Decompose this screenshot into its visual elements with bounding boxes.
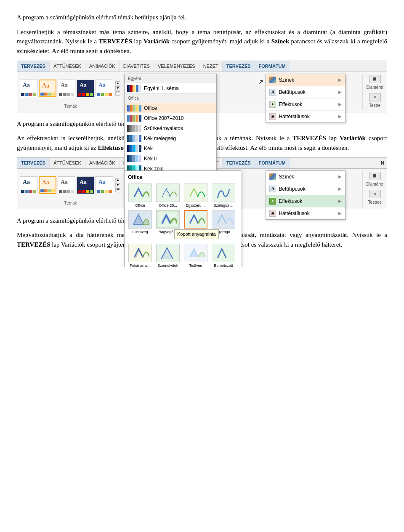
effects-row-2: Felső árny... Személyített xyxy=(127,244,238,267)
effektusok-keyword: Effektusok xyxy=(98,144,127,151)
effektusok-arrow-1: ▶ xyxy=(338,101,342,107)
diameret-btn-1[interactable]: ⬛ Diaméret xyxy=(366,75,383,90)
effect-tejuveg[interactable]: Tejüveg xyxy=(183,244,209,267)
tab-animaciok-2[interactable]: ANIMÁCIÓK xyxy=(85,158,120,168)
betutipusok-arrow: ▶ xyxy=(338,89,342,95)
tab-tervezes2-2[interactable]: TERVEZÉS xyxy=(223,158,255,168)
effect-fustuveg[interactable]: Füstüveg xyxy=(127,210,153,235)
effect-szalagos[interactable]: Szalagos ... xyxy=(210,184,237,209)
panel-hatterstilus-1[interactable]: ▣ Háttérstílusok ▶ xyxy=(266,111,345,122)
themes-scroll-2[interactable]: ▲ ▼ ☰ xyxy=(114,177,121,193)
egyeni1-label: Egyéni 1. séma xyxy=(144,85,179,92)
testre-btn-1[interactable]: ⚙ Testre xyxy=(369,93,381,109)
theme-swatch-4[interactable]: Aa xyxy=(77,80,94,97)
szinek-arrow-2: ▶ xyxy=(338,173,342,180)
kek-meleg-label: Kék melegség xyxy=(144,135,176,142)
tab-formatum-1[interactable]: FORMÁTUM xyxy=(255,61,290,72)
effektusok-panel-label-1: Effektusok xyxy=(279,101,336,108)
sparkle-icon-1: ✦ xyxy=(269,101,276,108)
variациок-keyword-2: Variációk xyxy=(340,135,366,141)
tervezes-keyword: TERVEZÉS xyxy=(98,38,132,45)
dropdown-item-kek-meleg[interactable]: Kék melegség xyxy=(125,133,216,144)
office2010-label: Office 2007–2010 xyxy=(144,114,184,122)
effektusok-panel-label-2: Effektusok xyxy=(279,197,336,205)
background-icon-1: ▣ xyxy=(269,113,276,120)
tab-animaciok-1[interactable]: ANIMÁCIÓK xyxy=(85,61,120,72)
effect-office[interactable]: Office xyxy=(127,184,153,209)
theme-swatch-2[interactable]: Aa xyxy=(39,80,56,97)
effect-bemetszett[interactable]: Bemetszett xyxy=(210,244,237,267)
font-a-icon: A xyxy=(269,89,276,96)
palette-icon xyxy=(269,77,276,83)
panel-szinek-2[interactable]: Színek ▶ xyxy=(266,171,345,183)
hatterstilus-arrow-1: ▶ xyxy=(338,113,342,120)
tab-tervezes-1[interactable]: TERVEZÉS xyxy=(17,61,50,72)
themes-scroll-down[interactable]: ▲ ▼ ☰ xyxy=(114,80,121,96)
office-label: Office xyxy=(144,104,157,112)
tab-nezet-1[interactable]: NÉZET xyxy=(199,61,223,72)
testre-btn-2[interactable]: ⚙ Testres xyxy=(368,190,382,205)
diameret-btn-2[interactable]: ⬛ Diaméret xyxy=(366,172,383,187)
dropdown-item-szurke[interactable]: Szürkeárnyalatos xyxy=(125,123,216,133)
dropdown-item-office2010[interactable]: Office 2007–2010 xyxy=(125,113,216,123)
effect-kopott[interactable]: Kopott ap... Kopott anyagminta xyxy=(183,210,209,235)
sparkle-icon-2: ✦ xyxy=(269,198,276,205)
betutipusok-panel-label: Betűtípusok xyxy=(279,88,336,96)
panel-effektusok-2[interactable]: ✦ Effektusok ▶ xyxy=(266,195,345,207)
theme-swatch-2-3[interactable]: Aa xyxy=(58,176,75,194)
themes-label-2: Témák xyxy=(20,200,121,206)
theme-swatch-5[interactable]: Aa xyxy=(96,80,113,97)
theme-swatches-row-2: Aa Aa xyxy=(20,171,121,199)
background-icon-2: ▣ xyxy=(269,210,276,217)
effect-egyszeru[interactable]: Egyszerű ... xyxy=(183,184,209,209)
panel-szinek-1[interactable]: Színek ▶ xyxy=(266,74,345,86)
theme-swatch-2-4[interactable]: Aa xyxy=(77,176,94,194)
kek2-label: Kék II xyxy=(144,155,157,162)
cursor-1: ↗ xyxy=(257,77,264,88)
tervezes-keyword-2: TERVEZÉS xyxy=(292,135,326,141)
effect-felso[interactable]: Felső árny... xyxy=(127,244,153,267)
betutipusok-arrow-2: ▶ xyxy=(338,186,342,192)
testre-label-1: Testre xyxy=(369,102,380,109)
effect-office20[interactable]: Office 20... xyxy=(155,184,181,209)
dropdown-item-kek[interactable]: Kék xyxy=(125,144,216,154)
testre-label-2: Testres xyxy=(368,199,382,205)
tab-attunесек-1[interactable]: ÁTTŰNÉSEK xyxy=(50,61,85,72)
kek-label: Kék xyxy=(144,145,153,152)
dropdown-item-kek2[interactable]: Kék II xyxy=(125,154,216,164)
theme-swatch-2-5[interactable]: Aa xyxy=(96,176,113,194)
themes-label-1: Témák xyxy=(20,103,121,109)
effects-row-0: Office Office 20... xyxy=(127,184,238,209)
dropdown-item-office[interactable]: Office xyxy=(125,103,216,113)
theme-swatch-3[interactable]: Aa xyxy=(58,80,75,97)
effect-szemelyes[interactable]: Személyített xyxy=(155,244,181,267)
right-panel-1: Színek ▶ A Betűtípusok ▶ ✦ Effektusok ▶ xyxy=(266,74,346,123)
ribbon-tabs-1: TERVEZÉS ÁTTŰNÉSEK ANIMÁCIÓK DIAVETÍTÉS … xyxy=(17,61,387,72)
palette-icon-2 xyxy=(269,173,276,180)
tab-attunésék-2[interactable]: ÁTTŰNÉSEK xyxy=(50,158,85,168)
tab-formatum-2[interactable]: FORMÁTUM xyxy=(255,158,290,168)
kopott-tooltip: Kopott anyagminta xyxy=(174,229,219,239)
panel-betutipusok-2[interactable]: A Betűtípusok ▶ xyxy=(266,183,345,195)
tervezes-keyword-3: TERVEZÉS xyxy=(17,241,50,248)
szinek-panel-label-2: Színek xyxy=(279,173,336,181)
panel-betutipusok-1[interactable]: A Betűtípusok ▶ xyxy=(266,86,345,98)
theme-swatch-1[interactable]: Aa xyxy=(20,80,37,97)
theme-swatch-2-2[interactable]: Aa xyxy=(39,176,56,194)
tab-tervezes-2[interactable]: TERVEZÉS xyxy=(17,158,50,168)
effects-row-1: Füstüveg Ragyogó él xyxy=(127,210,238,235)
theme-swatches-row: Aa Aa xyxy=(20,74,121,102)
diameret-label-2: Diaméret xyxy=(366,181,383,187)
panel-hatterstilus-2[interactable]: ▣ Háttérstílusok ▶ xyxy=(266,207,345,219)
effects-dropdown: Office Office xyxy=(124,170,241,267)
dropdown-section-egyeni: Egyéni xyxy=(125,74,216,83)
right-panel-2: Színek ▶ A Betűtípusok ▶ ✦ Effektusok ▶ … xyxy=(266,170,346,220)
far-right-1: ⬛ Diaméret ⚙ Testre xyxy=(362,74,387,110)
themes-section-2: Aa Aa xyxy=(17,170,124,207)
dropdown-item-egyeni1[interactable]: Egyéni 1. séma xyxy=(125,83,216,93)
theme-swatch-2-1[interactable]: Aa xyxy=(20,176,37,194)
tab-diavetiтes-1[interactable]: DIAVETÍTÉS xyxy=(120,61,154,72)
panel-effektusok-1[interactable]: ✦ Effektusok ▶ xyxy=(266,98,345,111)
tab-tervezes2-1[interactable]: TERVEZÉS xyxy=(223,61,255,72)
tab-velemenуezеs-1[interactable]: VÉLEMÉNYEZÉS xyxy=(154,61,199,72)
